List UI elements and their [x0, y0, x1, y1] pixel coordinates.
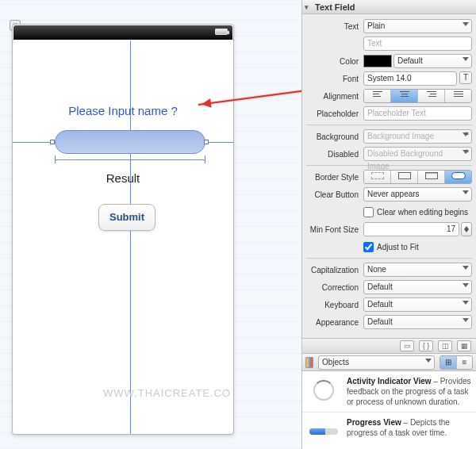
appearance-label: Appearance [306, 318, 363, 327]
status-bar [13, 25, 232, 40]
keyboard-popup[interactable]: Default [363, 297, 472, 312]
align-center-icon[interactable] [390, 90, 417, 102]
list-view-icon[interactable]: ≡ [456, 356, 472, 369]
color-popup[interactable]: Default [393, 54, 472, 68]
resize-handle-left[interactable] [50, 140, 55, 144]
min-font-label: Min Font Size [306, 225, 363, 234]
adjust-fit-checkbox[interactable] [363, 242, 374, 252]
correction-popup[interactable]: Default [363, 280, 472, 294]
activity-indicator-icon [307, 376, 340, 405]
alignment-segmented[interactable] [363, 89, 472, 103]
border-rounded-icon[interactable] [444, 171, 471, 183]
inspector-panel: Text Field Text Plain Text Color Default… [301, 0, 476, 449]
border-line-icon[interactable] [390, 171, 417, 183]
library-item[interactable]: Progress View – Depicts the progress of … [302, 413, 476, 449]
toolstrip-cube-icon[interactable]: ◫ [438, 340, 452, 351]
alignment-label: Alignment [306, 92, 363, 101]
align-right-icon[interactable] [417, 90, 444, 102]
background-field[interactable]: Background Image [363, 129, 472, 144]
toolstrip-grid-icon[interactable]: ▦ [457, 340, 471, 351]
measurement-guide [55, 158, 205, 164]
library-body[interactable]: Activity Indicator View – Provides feedb… [302, 371, 476, 449]
clear-button-popup[interactable]: Never appears [363, 187, 472, 201]
min-font-field[interactable]: 17 [363, 222, 459, 236]
text-label: Text [306, 22, 363, 31]
text-value-field[interactable]: Text [363, 36, 472, 51]
library-icon [305, 357, 313, 368]
text-type-popup[interactable]: Plain [363, 19, 472, 33]
align-left-icon[interactable] [364, 90, 390, 102]
color-swatch[interactable] [363, 55, 392, 67]
background-label: Background [306, 132, 363, 141]
clear-editing-label: Clear when editing begins [377, 208, 468, 217]
align-justify-icon[interactable] [444, 90, 471, 102]
appearance-popup[interactable]: Default [363, 315, 472, 329]
border-bezel-icon[interactable] [417, 171, 444, 183]
submit-button[interactable]: Submit [98, 204, 155, 231]
color-label: Color [306, 57, 363, 66]
library-item-text: Progress View – Depicts the progress of … [347, 417, 471, 446]
font-picker-button[interactable]: T [459, 71, 472, 84]
library-filter-popup[interactable]: Objects [318, 355, 435, 370]
library-header: Objects ⊞ ≡ [302, 354, 476, 371]
canvas-area: × Please Input name ? Result Submit WWW.… [0, 0, 301, 449]
correction-label: Correction [306, 283, 363, 292]
toolstrip-braces-icon[interactable]: { } [419, 340, 433, 351]
disabled-label: Disabled [306, 150, 363, 159]
inspector-toolstrip: ▭ { } ◫ ▦ [302, 338, 476, 354]
battery-icon [215, 29, 228, 35]
keyboard-label: Keyboard [306, 301, 363, 309]
capitalization-label: Capitalization [306, 266, 363, 274]
adjust-fit-label: Adjust to Fit [377, 243, 419, 251]
font-field[interactable]: System 14.0 [363, 71, 457, 86]
clear-editing-checkbox[interactable] [363, 207, 374, 217]
library-item-text: Activity Indicator View – Provides feedb… [347, 376, 471, 407]
library-view-segmented[interactable]: ⊞ ≡ [440, 355, 473, 370]
result-label[interactable]: Result [13, 171, 233, 185]
inspector-section-header[interactable]: Text Field [302, 0, 476, 14]
min-font-stepper[interactable] [461, 222, 472, 236]
resize-handle-right[interactable] [204, 140, 209, 144]
clear-button-label: Clear Button [306, 190, 363, 199]
font-label: Font [306, 75, 363, 83]
placeholder-field[interactable]: Placeholder Text [363, 106, 472, 121]
progress-view-icon [307, 417, 340, 446]
placeholder-label: Placeholder [306, 109, 363, 118]
capitalization-popup[interactable]: None [363, 263, 472, 277]
toolstrip-doc-icon[interactable]: ▭ [400, 340, 414, 351]
device-canvas[interactable]: Please Input name ? Result Submit [12, 24, 234, 435]
disabled-field[interactable]: Disabled Background Image [363, 147, 472, 161]
library-item[interactable]: Activity Indicator View – Provides feedb… [302, 371, 476, 413]
vertical-guide [130, 40, 131, 434]
textfield-element[interactable] [55, 130, 205, 154]
grid-view-icon[interactable]: ⊞ [440, 356, 456, 369]
inspector-body: Text Plain Text Color Default Font Syste… [302, 14, 476, 338]
border-style-label: Border Style [306, 173, 363, 182]
